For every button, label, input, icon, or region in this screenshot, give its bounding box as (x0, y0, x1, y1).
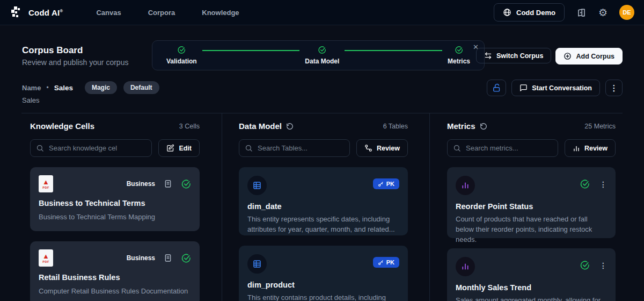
primary-key-badge: PK (373, 178, 399, 189)
metric-chart-icon (456, 176, 475, 195)
unlock-icon (492, 83, 501, 92)
document-icon[interactable] (164, 180, 172, 188)
pk-label: PK (386, 259, 394, 266)
settings-button[interactable]: ⚙ (598, 8, 608, 18)
kebab-icon: ⋮ (610, 83, 618, 93)
card-title: dim_date (247, 202, 399, 211)
metric-card[interactable]: ⋮ Reorder Point Status Count of products… (447, 167, 616, 238)
primary-key-badge: PK (373, 257, 399, 268)
review-label: Review (584, 145, 608, 152)
nav-link-canvas[interactable]: Canvas (96, 9, 121, 17)
add-corpus-label: Add Corpus (576, 53, 614, 60)
brand[interactable]: Codd AI® (10, 5, 63, 19)
edit-label: Edit (179, 145, 192, 152)
knowledge-search-input[interactable] (30, 139, 152, 157)
page-subtitle: Review and publish your corpus (22, 58, 128, 67)
switch-corpus-label: Switch Corpus (496, 52, 544, 60)
tables-search-input[interactable] (239, 139, 350, 157)
metrics-count: 25 Metrics (584, 123, 616, 130)
key-icon (378, 260, 384, 266)
workspace-name: Codd Demo (516, 9, 555, 17)
switch-corpus-button[interactable]: Switch Corpus (476, 48, 552, 63)
globe-icon (503, 8, 511, 17)
step-metrics: Metrics (448, 46, 470, 65)
pdf-file-icon: ▲PDF (39, 249, 53, 267)
user-avatar[interactable]: DE (619, 5, 634, 20)
check-circle-icon (455, 46, 463, 54)
edit-pencil-icon (166, 144, 174, 152)
step-data-model: Data Model (305, 46, 339, 65)
brand-name: Codd AI® (28, 8, 63, 17)
check-circle-icon (318, 46, 326, 54)
card-description: This entity represents specific dates, i… (247, 214, 399, 235)
review-label: Review (377, 145, 400, 152)
more-options-button[interactable]: ⋮ (605, 80, 623, 96)
schema-nodes-icon (364, 144, 372, 152)
page-title: Corpus Board (22, 45, 83, 56)
workspace-selector-button[interactable]: Codd Demo (494, 3, 565, 22)
card-description: Business to Technical Terms Mapping (39, 212, 191, 223)
step-validation: Validation (166, 46, 197, 65)
navbar: Codd AI® Canvas Corpora Knowledge Codd D… (0, 0, 644, 25)
metric-card[interactable]: ⋮ Monthly Sales Trend Sales amount aggre… (447, 248, 616, 301)
door-exit-icon (576, 8, 587, 18)
registered-mark: ® (60, 9, 63, 13)
check-circle-icon (177, 46, 186, 54)
nav-link-knowledge[interactable]: Knowledge (202, 9, 239, 17)
corpus-name-row: Name • Sales Magic Default (22, 81, 159, 94)
refresh-icon[interactable] (480, 123, 487, 130)
step-label: Metrics (448, 58, 470, 65)
name-label: Name (22, 84, 41, 92)
knowledge-card[interactable]: ▲PDF Business Retail Business Rules Comp… (30, 241, 200, 301)
nav-link-corpora[interactable]: Corpora (148, 9, 175, 17)
knowledge-card[interactable]: ▲PDF Business Business to Technical Term… (30, 167, 200, 231)
badge-magic[interactable]: Magic (85, 81, 117, 94)
edit-knowledge-button[interactable]: Edit (158, 139, 200, 157)
conversation-actions: Start Conversation ⋮ (487, 80, 623, 96)
step-label: Validation (166, 58, 197, 65)
add-corpus-button[interactable]: Add Corpus (555, 48, 623, 64)
corpus-name-value: Sales (54, 84, 73, 92)
card-title: Reorder Point Status (456, 202, 607, 211)
check-circle-icon (181, 253, 191, 263)
review-tables-button[interactable]: Review (356, 139, 408, 157)
knowledge-search (30, 139, 152, 157)
start-conversation-label: Start Conversation (532, 84, 592, 92)
metric-kebab-icon[interactable]: ⋮ (599, 261, 607, 270)
page-header: Corpus Board Review and publish your cor… (21, 25, 623, 113)
exit-door-button[interactable] (576, 8, 587, 18)
card-title: dim_product (247, 281, 399, 289)
document-icon[interactable] (164, 254, 172, 262)
card-title: Business to Technical Terms (39, 199, 191, 207)
chat-bubble-icon (519, 84, 528, 92)
card-description: Count of products that have reached or f… (456, 214, 607, 245)
bar-chart-icon (573, 145, 580, 152)
knowledge-cells-count: 3 Cells (179, 123, 200, 130)
review-metrics-button[interactable]: Review (565, 139, 616, 157)
metric-chart-icon (456, 257, 475, 276)
nav-links: Canvas Corpora Knowledge (96, 9, 239, 17)
refresh-icon[interactable] (286, 123, 294, 130)
key-icon (378, 181, 384, 187)
step-connector (345, 50, 442, 51)
table-grid-icon (247, 254, 267, 274)
gear-icon: ⚙ (598, 7, 608, 18)
step-label: Data Model (305, 58, 339, 65)
badge-default[interactable]: Default (123, 81, 159, 94)
swap-arrows-icon (484, 52, 492, 60)
board-columns: Knowledge Cells 3 Cells Edi (21, 113, 623, 301)
metrics-search-input[interactable] (447, 139, 558, 157)
check-circle-icon (580, 260, 590, 270)
navbar-right: Codd Demo ⚙ DE (494, 3, 634, 22)
corpus-subtext: Sales (22, 96, 40, 104)
plus-circle-icon (564, 52, 572, 60)
codd-ai-logo-icon (10, 5, 24, 19)
table-card[interactable]: PK dim_product This entity contains prod… (239, 246, 408, 301)
pdf-file-icon: ▲PDF (39, 175, 53, 192)
start-conversation-button[interactable]: Start Conversation (511, 80, 600, 96)
card-title: Retail Business Rules (39, 273, 191, 282)
table-card[interactable]: PK dim_date This entity represents speci… (239, 167, 408, 235)
metric-kebab-icon[interactable]: ⋮ (599, 180, 607, 189)
lock-button[interactable] (487, 80, 506, 96)
data-model-column: Data Model 6 Tables (222, 113, 429, 301)
